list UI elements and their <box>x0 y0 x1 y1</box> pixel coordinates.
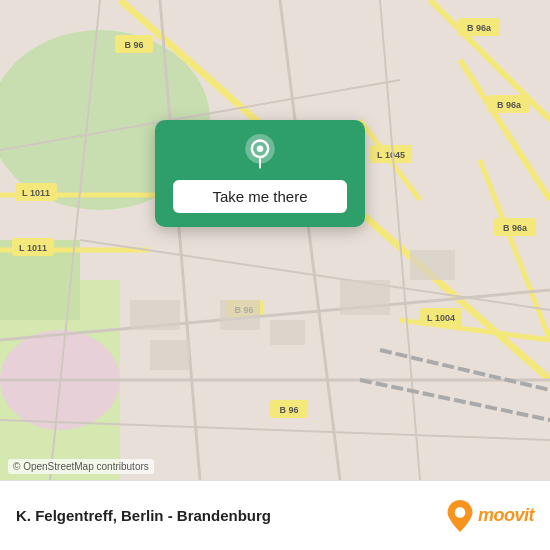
svg-rect-45 <box>270 320 305 345</box>
map-container: B 96 B 96a B 96a B 96a L 1011 L 1011 L 1… <box>0 0 550 480</box>
svg-text:L 1045: L 1045 <box>377 150 405 160</box>
location-popup: Take me there <box>155 120 365 227</box>
svg-text:L 1011: L 1011 <box>19 243 47 253</box>
map-background: B 96 B 96a B 96a B 96a L 1011 L 1011 L 1… <box>0 0 550 480</box>
moovit-pin-icon <box>446 500 474 532</box>
svg-point-54 <box>455 507 466 518</box>
map-pin-icon <box>242 134 278 170</box>
svg-rect-49 <box>410 250 455 280</box>
moovit-brand-text: moovit <box>478 505 534 526</box>
svg-rect-46 <box>130 300 180 330</box>
svg-text:B 96: B 96 <box>279 405 298 415</box>
svg-text:B 96a: B 96a <box>497 100 522 110</box>
map-copyright: © OpenStreetMap contributors <box>8 459 154 474</box>
svg-text:B 96a: B 96a <box>467 23 492 33</box>
take-me-there-button[interactable]: Take me there <box>173 180 347 213</box>
svg-point-52 <box>257 145 264 152</box>
svg-rect-44 <box>220 300 260 330</box>
svg-text:L 1011: L 1011 <box>22 188 50 198</box>
moovit-logo: moovit <box>446 500 534 532</box>
svg-text:B 96a: B 96a <box>503 223 528 233</box>
svg-rect-47 <box>150 340 190 370</box>
location-name: K. Felgentreff, Berlin - Brandenburg <box>16 507 271 524</box>
svg-text:B 96: B 96 <box>124 40 143 50</box>
bottom-bar: K. Felgentreff, Berlin - Brandenburg moo… <box>0 480 550 550</box>
svg-text:L 1004: L 1004 <box>427 313 455 323</box>
bottom-info: K. Felgentreff, Berlin - Brandenburg <box>16 507 271 524</box>
svg-rect-48 <box>340 280 390 315</box>
